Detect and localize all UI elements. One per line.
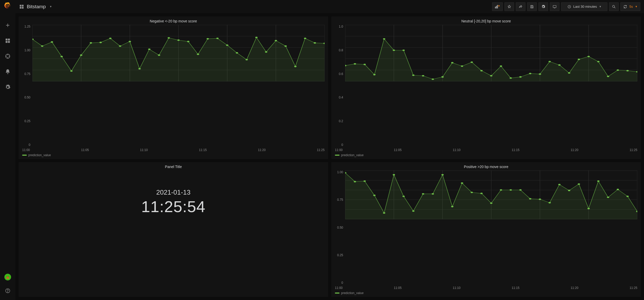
refresh-icon — [623, 5, 627, 9]
svg-point-142 — [539, 198, 541, 200]
svg-point-41 — [99, 42, 102, 43]
svg-rect-14 — [22, 7, 24, 9]
help-icon[interactable] — [3, 286, 13, 296]
svg-point-85 — [412, 74, 414, 76]
svg-point-95 — [510, 77, 512, 79]
svg-point-98 — [539, 73, 541, 75]
add-panel-button[interactable] — [492, 2, 503, 11]
svg-point-129 — [412, 210, 414, 212]
legend[interactable]: prediction_value — [335, 153, 637, 157]
star-button[interactable] — [504, 2, 514, 11]
svg-point-60 — [284, 45, 287, 47]
svg-point-43 — [119, 45, 121, 47]
panel-positive[interactable]: Positive >20 bp move score 1.000.750.500… — [331, 162, 641, 297]
panel-title: Neutral [-20,20] bp move score — [335, 19, 637, 23]
chevron-down-icon[interactable]: ▼ — [49, 5, 52, 8]
svg-point-148 — [597, 180, 599, 182]
svg-point-59 — [275, 40, 277, 41]
settings-icon[interactable] — [3, 82, 13, 92]
legend-label: prediction_value — [341, 291, 363, 295]
legend-swatch — [22, 155, 27, 156]
svg-point-102 — [578, 59, 580, 60]
panel-clock[interactable]: Panel Title 2021-01-13 11:25:54 — [19, 162, 328, 297]
legend-swatch — [335, 293, 340, 294]
svg-point-47 — [158, 54, 160, 56]
save-button[interactable] — [527, 2, 537, 11]
svg-point-96 — [519, 76, 522, 78]
svg-point-127 — [393, 174, 395, 176]
svg-point-92 — [480, 70, 483, 71]
svg-point-125 — [373, 195, 376, 196]
svg-point-149 — [607, 197, 609, 198]
svg-point-51 — [197, 54, 199, 55]
svg-point-56 — [245, 59, 248, 61]
svg-point-7 — [7, 277, 7, 277]
y-axis: 1.000.750.500.250 — [335, 170, 345, 285]
legend[interactable]: prediction_value — [22, 153, 325, 157]
svg-point-151 — [626, 196, 629, 197]
dashboards-icon[interactable] — [3, 36, 13, 46]
chevron-down-icon: ▼ — [635, 5, 638, 8]
svg-point-82 — [383, 38, 385, 40]
svg-point-137 — [490, 203, 492, 204]
svg-point-135 — [471, 192, 473, 193]
svg-point-131 — [432, 193, 434, 195]
svg-rect-3 — [8, 41, 10, 43]
panel-title: Panel Title — [165, 165, 182, 169]
tv-mode-button[interactable] — [550, 2, 560, 11]
dashboard-icon[interactable] — [19, 4, 24, 9]
svg-point-132 — [441, 174, 444, 176]
panel-neutral[interactable]: Neutral [-20,20] bp move score 1.00.80.6… — [331, 16, 641, 159]
svg-point-58 — [265, 51, 267, 53]
create-icon[interactable] — [3, 20, 13, 30]
time-range-picker[interactable]: Last 30 minutes ▼ — [561, 2, 607, 11]
user-avatar-icon[interactable] — [4, 274, 11, 280]
x-axis: 11:0011:0511:1011:1511:2011:25 — [335, 285, 637, 291]
svg-point-143 — [548, 202, 551, 204]
svg-rect-1 — [8, 39, 10, 40]
panel-negative[interactable]: Negative <-20 bp move score 1.251.000.75… — [19, 16, 328, 159]
svg-point-57 — [255, 37, 258, 38]
legend-label: prediction_value — [28, 153, 51, 157]
svg-point-40 — [90, 42, 92, 44]
svg-point-97 — [529, 73, 531, 74]
svg-point-147 — [587, 208, 590, 209]
svg-rect-13 — [20, 7, 22, 9]
legend[interactable]: prediction_value — [335, 291, 637, 295]
svg-point-42 — [109, 38, 112, 39]
zoom-out-button[interactable] — [609, 2, 619, 11]
svg-point-100 — [558, 64, 561, 66]
dashboard-title[interactable]: Bitstamp — [27, 4, 46, 10]
legend-swatch — [335, 155, 340, 156]
svg-rect-18 — [553, 5, 556, 7]
svg-point-79 — [354, 63, 356, 65]
svg-point-124 — [363, 180, 366, 182]
svg-point-63 — [314, 42, 316, 44]
share-button[interactable] — [516, 2, 526, 11]
svg-rect-12 — [22, 5, 24, 6]
refresh-button[interactable]: 5s ▼ — [620, 2, 640, 11]
svg-rect-0 — [6, 39, 7, 40]
svg-point-134 — [461, 182, 463, 184]
svg-point-20 — [613, 5, 615, 7]
alerting-icon[interactable] — [3, 66, 13, 77]
svg-point-106 — [617, 69, 619, 71]
svg-point-101 — [568, 72, 570, 74]
grafana-logo-icon[interactable] — [4, 2, 12, 10]
x-axis: 11:0011:0511:1011:1511:2011:25 — [335, 147, 637, 153]
panel-title: Positive >20 bp move score — [335, 165, 637, 169]
explore-icon[interactable] — [3, 51, 13, 61]
clock-time: 11:25:54 — [141, 197, 205, 216]
svg-point-48 — [168, 37, 170, 39]
svg-rect-16 — [496, 6, 497, 8]
svg-point-87 — [432, 78, 434, 80]
svg-point-84 — [402, 49, 405, 51]
svg-point-99 — [548, 61, 551, 62]
svg-point-38 — [70, 70, 73, 72]
clock-icon — [567, 5, 571, 9]
clock-date: 2021-01-13 — [156, 188, 191, 196]
dashboard-settings-button[interactable] — [538, 2, 548, 11]
svg-point-104 — [597, 61, 599, 62]
legend-label: prediction_value — [341, 153, 363, 157]
svg-point-140 — [519, 189, 522, 191]
